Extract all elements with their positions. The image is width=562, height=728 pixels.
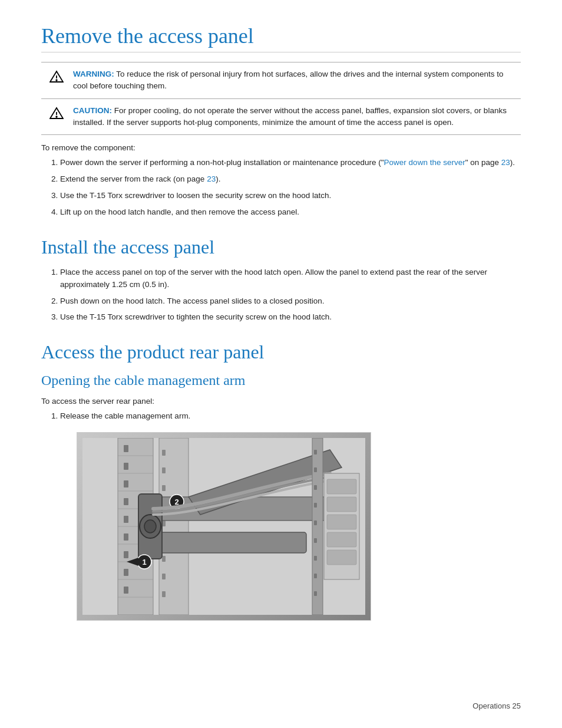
section1-steps: Power down the server if performing a no…	[60, 157, 521, 219]
page-23-link-2[interactable]: 23	[207, 174, 216, 183]
svg-text:2: 2	[174, 498, 178, 506]
section2-title: Install the access panel	[41, 236, 521, 258]
svg-rect-19	[124, 516, 128, 523]
svg-rect-49	[314, 503, 317, 508]
svg-rect-17	[124, 480, 128, 487]
svg-rect-18	[124, 498, 128, 505]
step-1-4: Lift up on the hood latch handle, and th…	[60, 206, 521, 219]
svg-rect-15	[124, 445, 128, 452]
step-1-3: Use the T-15 Torx screwdriver to loosen …	[60, 190, 521, 202]
subsection-title: Opening the cable management arm	[41, 373, 521, 388]
section3-title: Access the product rear panel	[41, 341, 521, 363]
svg-rect-16	[124, 463, 128, 470]
svg-point-1	[56, 80, 57, 81]
svg-point-39	[144, 520, 156, 533]
svg-rect-60	[327, 550, 356, 565]
warning-box: WARNING: To reduce the risk of personal …	[41, 62, 521, 99]
svg-text:1: 1	[142, 558, 146, 566]
svg-rect-22	[124, 569, 128, 576]
cma-image-placeholder: 2 1	[77, 433, 371, 620]
power-down-link[interactable]: Power down the server	[384, 158, 465, 167]
svg-rect-56	[327, 479, 356, 494]
svg-rect-48	[314, 485, 317, 490]
svg-rect-36	[153, 532, 306, 553]
section1-title: Remove the access panel	[41, 24, 521, 52]
svg-rect-53	[314, 574, 317, 578]
cma-image: 2 1	[77, 432, 371, 621]
section1-intro: To remove the component:	[41, 143, 521, 152]
subsection-intro: To access the server rear panel:	[41, 397, 521, 406]
svg-rect-20	[124, 533, 128, 541]
svg-rect-23	[124, 587, 128, 594]
warning-text: WARNING: To reduce the risk of personal …	[73, 68, 513, 93]
svg-rect-21	[124, 551, 128, 558]
step-1-2: Extend the server from the rack (on page…	[60, 173, 521, 186]
caution-icon	[49, 106, 66, 122]
caution-box: CAUTION: For proper cooling, do not oper…	[41, 99, 521, 136]
step-2-3: Use the T-15 Torx screwdriver to tighten…	[60, 311, 521, 324]
step-3-1: Release the cable management arm.	[60, 410, 521, 423]
svg-rect-46	[314, 450, 317, 454]
svg-rect-26	[162, 467, 166, 473]
svg-rect-27	[162, 485, 166, 491]
svg-rect-52	[314, 556, 317, 561]
svg-rect-57	[327, 497, 356, 512]
page-23-link-1[interactable]: 23	[501, 158, 510, 167]
section2-steps: Place the access panel on top of the ser…	[60, 266, 521, 324]
svg-rect-45	[312, 438, 323, 615]
warning-icon	[49, 70, 66, 85]
page-footer: Operations 25	[472, 701, 521, 710]
svg-rect-54	[314, 591, 317, 596]
svg-rect-47	[314, 467, 317, 472]
section3-steps: Release the cable management arm.	[60, 410, 521, 423]
svg-point-3	[56, 116, 57, 117]
svg-rect-32	[162, 574, 166, 579]
svg-rect-50	[314, 521, 317, 525]
step-2-1: Place the access panel on top of the ser…	[60, 266, 521, 291]
svg-rect-31	[162, 556, 166, 562]
svg-rect-51	[314, 538, 317, 543]
svg-rect-33	[162, 591, 166, 597]
svg-rect-25	[162, 450, 166, 456]
caution-text: CAUTION: For proper cooling, do not oper…	[73, 105, 513, 129]
svg-rect-58	[327, 515, 356, 529]
step-1-1: Power down the server if performing a no…	[60, 157, 521, 169]
svg-rect-59	[327, 532, 356, 547]
step-2-2: Push down on the hood latch. The access …	[60, 295, 521, 308]
